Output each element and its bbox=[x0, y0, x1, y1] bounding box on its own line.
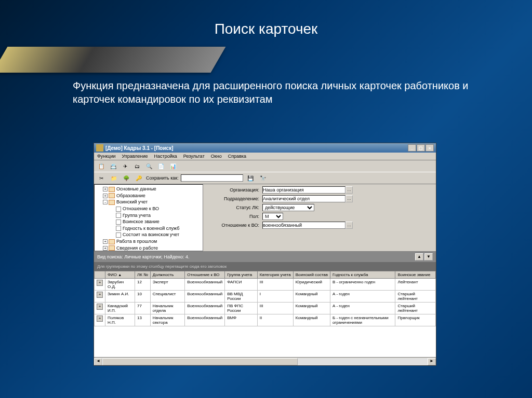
save-as-label: Сохранить как: bbox=[146, 175, 179, 181]
tree-item[interactable]: Группа учета bbox=[96, 212, 202, 219]
status-select[interactable]: действующие bbox=[262, 204, 314, 211]
horizontal-scrollbar[interactable]: ◄ ► bbox=[94, 357, 436, 365]
cut-icon[interactable]: ✂ bbox=[96, 173, 107, 183]
minimize-button[interactable]: _ bbox=[408, 144, 416, 152]
tree-item[interactable]: Годность к военной служб bbox=[96, 225, 202, 232]
menubar: Функции Управление Настройка Результат О… bbox=[94, 153, 436, 160]
org-browse-button[interactable]: … bbox=[345, 186, 353, 194]
menu-management[interactable]: Управление bbox=[122, 154, 148, 159]
toolbar-btn-6[interactable]: 📄 bbox=[156, 161, 166, 171]
app-icon bbox=[96, 144, 103, 152]
key-icon[interactable]: 🔑 bbox=[134, 173, 144, 183]
save-as-input[interactable] bbox=[181, 174, 243, 182]
org-label: Организация: bbox=[207, 187, 259, 193]
table-row[interactable]: +Поляков Н.П.13Начальник сектораВоеннооб… bbox=[95, 314, 436, 326]
tree-item[interactable]: -Воинский учет bbox=[96, 199, 202, 205]
group-by-bar[interactable]: Для группировки по этому столбцу перетащ… bbox=[94, 262, 436, 271]
toolbar-btn-1[interactable]: 📋 bbox=[96, 161, 107, 171]
menu-result[interactable]: Результат bbox=[183, 154, 205, 159]
tree-item[interactable]: +Образование bbox=[96, 193, 202, 199]
column-header[interactable]: Категория учета bbox=[257, 271, 293, 279]
scroll-right-button[interactable]: ► bbox=[428, 358, 436, 365]
menu-help[interactable]: Справка bbox=[228, 154, 246, 159]
form-panel: Организация: … Подразделение: … Статус Л… bbox=[203, 184, 436, 251]
menu-settings[interactable]: Настройка bbox=[154, 154, 177, 159]
window-title: [Демо] Кадры 3.1 - [Поиск] bbox=[105, 145, 174, 151]
gender-select[interactable]: М bbox=[262, 213, 283, 220]
dept-browse-button[interactable]: … bbox=[345, 195, 353, 202]
menu-functions[interactable]: Функции bbox=[97, 154, 115, 159]
slide-accent bbox=[0, 47, 225, 73]
column-header[interactable]: ФИО ▲ bbox=[105, 271, 135, 279]
folder-icon[interactable]: 📁 bbox=[109, 173, 119, 183]
toolbar-btn-3[interactable]: ✈ bbox=[120, 161, 130, 171]
org-input[interactable] bbox=[262, 186, 345, 194]
nav-down-button[interactable]: ▼ bbox=[424, 253, 433, 260]
gender-label: Пол: bbox=[207, 214, 259, 219]
toolbar-btn-5[interactable]: 🔍 bbox=[144, 161, 154, 171]
tree-icon[interactable]: 🌳 bbox=[121, 173, 131, 183]
relation-label: Отношение к ВО: bbox=[207, 223, 259, 228]
status-text: Вид поиска: Личные карточки; Найдено: 4. bbox=[97, 254, 190, 259]
dept-label: Подразделение: bbox=[207, 196, 259, 201]
tree-item[interactable]: Воинское звание bbox=[96, 218, 202, 225]
dept-input[interactable] bbox=[262, 195, 345, 202]
toolbar-btn-2[interactable]: 📇 bbox=[108, 161, 118, 171]
toolbar-main: 📋 📇 ✈ 🗂 🔍 📄 📊 bbox=[94, 160, 436, 172]
tree-item[interactable]: Отношение к ВО bbox=[96, 205, 202, 212]
table-row[interactable]: +Зарубин О.Д.12ЭкспертВоеннообязанныйФАП… bbox=[95, 279, 436, 291]
app-window: [Демо] Кадры 3.1 - [Поиск] _ ▢ × Функции… bbox=[94, 143, 436, 366]
column-header[interactable]: Годность к служба bbox=[330, 271, 395, 279]
tree-item[interactable]: +Работа в прошлом bbox=[96, 238, 202, 245]
relation-input[interactable] bbox=[262, 222, 345, 229]
toolbar-btn-7[interactable]: 📊 bbox=[168, 161, 178, 171]
column-header[interactable]: ЛК № bbox=[135, 271, 150, 279]
binoculars-icon[interactable]: 🔭 bbox=[258, 173, 268, 183]
column-header[interactable]: Воинский состав bbox=[293, 271, 330, 279]
relation-browse-button[interactable]: … bbox=[345, 222, 353, 229]
scroll-left-button[interactable]: ◄ bbox=[94, 358, 102, 365]
column-header[interactable]: Группа учета bbox=[225, 271, 258, 279]
table-row[interactable]: +Зимин А.И.10СпециалистВоеннообязанныйВВ… bbox=[95, 291, 436, 303]
tree-item[interactable]: Состоит на воинском учет bbox=[96, 231, 202, 238]
column-header[interactable]: Отношение к ВО bbox=[185, 271, 225, 279]
column-header[interactable] bbox=[95, 271, 105, 279]
nav-up-button[interactable]: ▲ bbox=[415, 253, 423, 260]
titlebar: [Демо] Кадры 3.1 - [Поиск] _ ▢ × bbox=[94, 143, 436, 153]
results-grid[interactable]: ФИО ▲ЛК №ДолжностьОтношение к ВОГруппа у… bbox=[94, 271, 436, 357]
maximize-button[interactable]: ▢ bbox=[417, 144, 425, 152]
column-header[interactable]: Воинское звание bbox=[395, 271, 436, 279]
save-icon[interactable]: 💾 bbox=[245, 173, 256, 183]
close-button[interactable]: × bbox=[425, 144, 434, 152]
status-bar: Вид поиска: Личные карточки; Найдено: 4.… bbox=[94, 252, 436, 262]
toolbar-secondary: ✂ 📁 🌳 🔑 Сохранить как: 💾 🔭 bbox=[94, 172, 436, 184]
tree-panel[interactable]: +Основные данные+Образование-Воинский уч… bbox=[94, 184, 203, 251]
toolbar-btn-4[interactable]: 🗂 bbox=[132, 161, 142, 171]
menu-window[interactable]: Окно bbox=[211, 154, 222, 159]
tree-item[interactable]: +Сведения о работе bbox=[96, 245, 202, 251]
tree-item[interactable]: +Основные данные bbox=[96, 186, 202, 193]
table-row[interactable]: +Канадский И.П.77Начальник отделаВоенноо… bbox=[95, 303, 436, 314]
slide-title: Поиск карточек bbox=[0, 0, 532, 37]
status-label: Статус ЛК: bbox=[207, 205, 259, 210]
slide-description: Функция предназначена для расширенного п… bbox=[73, 79, 496, 106]
column-header[interactable]: Должность bbox=[150, 271, 185, 279]
